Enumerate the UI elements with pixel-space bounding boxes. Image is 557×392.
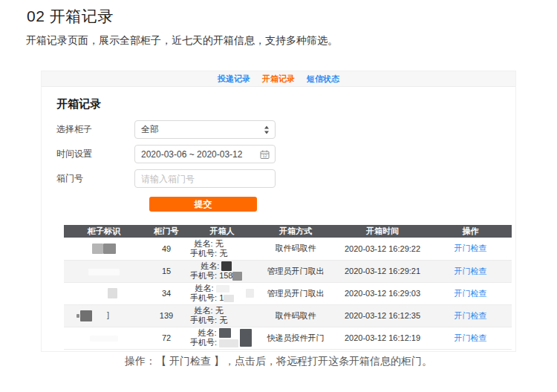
redacted-block: [103, 244, 116, 254]
cabinet-id-cell: [64, 282, 144, 304]
action-cell: 开门检查: [429, 327, 512, 349]
cabinet-select-value: 全部: [141, 123, 159, 136]
page-title: 02 开箱记录: [27, 6, 114, 27]
form-row-door: 箱门号: [56, 169, 501, 188]
opener-name: 姓名:: [198, 328, 219, 337]
open-method-cell: 管理员开门取出: [255, 260, 336, 282]
tab-bar: 投递记录 开箱记录 短信状态: [42, 71, 515, 87]
cabinet-id-fragment: ]: [107, 310, 109, 319]
redacted-block: [92, 244, 103, 254]
open-time-cell: 2020-03-12 16:12:19: [336, 327, 429, 349]
redacted-block: [240, 329, 252, 347]
redacted-block: [88, 269, 120, 275]
table-row: 49 姓名: 无 手机号: 无 取件码取件 2020-03-12 16:29:2…: [64, 238, 512, 260]
door-number-cell: 72: [144, 327, 189, 349]
tab-unboxing-records[interactable]: 开箱记录: [262, 74, 295, 85]
tab-sms-status[interactable]: 短信状态: [307, 74, 339, 85]
redacted-block: [76, 314, 79, 318]
table-row: 72 姓名: 手机号: 快递员投件开门 2020-03-12: [64, 327, 512, 349]
cabinet-id-cell: [64, 260, 144, 282]
date-range-input[interactable]: 2020-03-06 ~ 2020-03-12 12: [134, 145, 276, 163]
opener-phone: 手机号:: [190, 249, 219, 258]
tab-delivery-records[interactable]: 投递记录: [218, 74, 250, 85]
table-row: 34 姓名: 手机号: 1 管理员开门取出 2020-03-12: [64, 282, 512, 304]
table-header-row: 柜子标识 柜门号 开箱人 开箱方式 开箱时间 操作: [64, 225, 512, 238]
cabinet-id-cell: ]: [64, 304, 144, 327]
header-open-method: 开箱方式: [255, 225, 336, 238]
action-cell: 开门检查: [429, 282, 512, 304]
footer-note: 操作：【 开门检查 】，点击后，将远程打开这条开箱信息的柜门。: [0, 355, 557, 368]
form-row-cabinet: 选择柜子 全部: [56, 120, 501, 139]
opener-phone: 手机号:: [190, 338, 219, 347]
opener-name: 姓名:: [195, 306, 215, 315]
submit-button[interactable]: 提交: [149, 197, 257, 212]
open-door-check-link[interactable]: 开门检查: [455, 289, 487, 298]
redacted-block: [108, 288, 117, 298]
header-door-number: 柜门号: [144, 225, 189, 238]
redacted-block: [216, 285, 229, 293]
cabinet-id-cell: [64, 238, 144, 260]
redacted-block: [221, 261, 232, 271]
open-time-cell: 2020-03-12 16:12:35: [336, 304, 429, 327]
redacted-block: [224, 295, 234, 302]
table-row: 15 姓名: 手机号: 158 管理员开门取出 2020-03-: [64, 260, 512, 282]
open-time-cell: 2020-03-12 16:29:22: [336, 238, 429, 260]
opener-cell: 姓名: 无 手机号: 无: [189, 304, 255, 327]
header-cabinet-id: 柜子标识: [64, 225, 144, 238]
open-time-cell: 2020-03-12 16:29:21: [336, 260, 429, 282]
date-range-value: 2020-03-06 ~ 2020-03-12: [141, 149, 242, 160]
records-table: 柜子标识 柜门号 开箱人 开箱方式 开箱时间 操作 49: [64, 225, 512, 350]
open-method-cell: 管理员开门取出: [255, 282, 336, 304]
open-door-check-link[interactable]: 开门检查: [455, 333, 487, 342]
open-method-cell: 取件码取件: [255, 238, 336, 260]
table-row: ] 139 姓名: 无 手机号: 无 取件码取件 2020-03-12 16:1…: [64, 304, 512, 327]
door-number-input[interactable]: [134, 169, 276, 188]
door-number-cell: 34: [144, 282, 189, 304]
open-door-check-link[interactable]: 开门检查: [455, 311, 487, 320]
panel-body: 开箱记录 选择柜子 全部 时间设置 2020-03-06 ~ 2020-03-1…: [42, 97, 515, 351]
redacted-block: [219, 328, 231, 338]
section-heading: 开箱记录: [56, 97, 501, 111]
open-time-cell: 2020-03-12 16:29:03: [336, 282, 429, 304]
opener-cell: 姓名: 手机号: 1: [189, 282, 255, 304]
opener-phone: 手机号:: [190, 271, 219, 280]
calendar-icon: 12: [260, 149, 270, 159]
cabinet-select-label: 选择柜子: [56, 123, 134, 136]
action-cell: 开门检查: [429, 238, 512, 260]
time-range-label: 时间设置: [56, 148, 134, 160]
opener-cell: 姓名: 手机号:: [189, 327, 255, 349]
action-cell: 开门检查: [429, 260, 512, 282]
door-number-cell: 139: [144, 304, 189, 327]
records-panel: 投递记录 开箱记录 短信状态 开箱记录 选择柜子 全部 时间设置 2020-03…: [41, 71, 516, 352]
opener-name: 姓名:: [201, 261, 221, 270]
header-action: 操作: [429, 225, 512, 238]
page-description: 开箱记录页面，展示全部柜子，近七天的开箱信息，支持多种筛选。: [26, 34, 338, 48]
opener-cell: 姓名: 手机号: 158: [189, 260, 255, 282]
door-number-cell: 15: [144, 260, 189, 282]
form-row-time: 时间设置 2020-03-06 ~ 2020-03-12 12: [56, 145, 501, 163]
opener-name: 姓名:: [195, 284, 216, 293]
door-number-label: 箱门号: [56, 172, 134, 185]
cabinet-id-cell: [64, 327, 144, 349]
header-opener: 开箱人: [189, 225, 255, 238]
cabinet-select[interactable]: 全部: [134, 120, 276, 139]
door-number-cell: 49: [144, 238, 189, 260]
page: 02 开箱记录 开箱记录页面，展示全部柜子，近七天的开箱信息，支持多种筛选。 投…: [0, 0, 557, 392]
redacted-block: [232, 272, 242, 281]
opener-cell: 姓名: 无 手机号: 无: [189, 238, 255, 260]
open-door-check-link[interactable]: 开门检查: [455, 244, 487, 252]
svg-text:12: 12: [262, 153, 267, 157]
opener-name: 姓名:: [195, 239, 215, 248]
opener-phone: 手机号:: [190, 316, 219, 324]
redacted-block: [80, 310, 92, 321]
opener-phone: 手机号:: [190, 293, 219, 302]
action-cell: 开门检查: [429, 304, 512, 327]
open-door-check-link[interactable]: 开门检查: [455, 267, 487, 275]
header-open-time: 开箱时间: [336, 225, 429, 238]
redacted-block: [219, 339, 238, 347]
open-method-cell: 快递员投件开门: [255, 327, 336, 349]
open-method-cell: 取件码取件: [255, 304, 336, 327]
select-stepper-icon: [264, 125, 270, 134]
redacted-block: [90, 336, 118, 342]
redacted-block: [246, 289, 254, 298]
